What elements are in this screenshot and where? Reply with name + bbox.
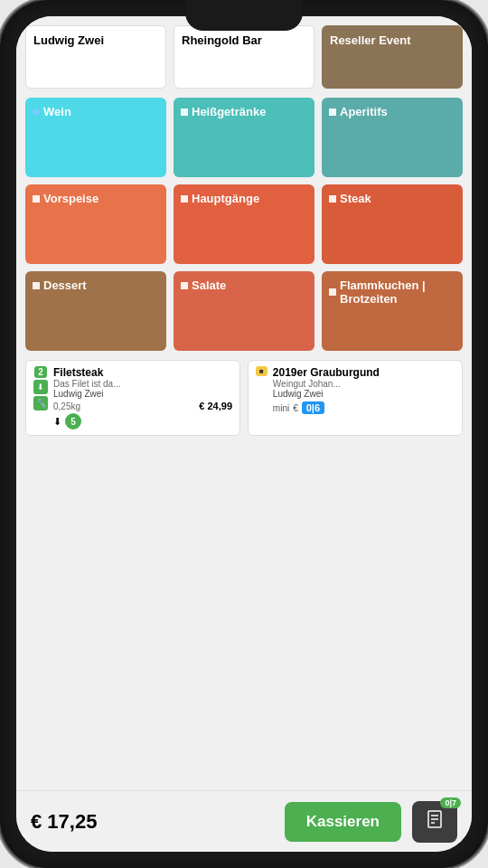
haupt-dot [181, 195, 188, 203]
person-card-1[interactable]: Rheingold Bar [174, 25, 314, 89]
receipt-button[interactable]: 0|7 [412, 801, 457, 843]
category-grid: Wein Heißgetränke Aperitifs [25, 98, 463, 351]
filetsteak-icon2: 🔧 [33, 396, 48, 410]
bottom-bar: € 17,25 Kassieren 0|7 [16, 790, 472, 852]
filetsteak-person: Ludwig Zwei [53, 389, 232, 399]
category-heissgetraenke[interactable]: Heißgetränke [174, 98, 314, 177]
flamm-label: Flammkuchen | Brotzeiten [340, 278, 455, 306]
receipt-icon [425, 809, 445, 834]
total-price: € 17,25 [31, 810, 274, 834]
category-hauptgaenge[interactable]: Hauptgänge [174, 184, 314, 264]
wein-label: Wein [43, 105, 71, 118]
filetsteak-down-icon: ⬇ [53, 416, 61, 428]
filetsteak-qty: 5 [65, 413, 81, 429]
vorspeise-dot [33, 195, 40, 203]
salate-dot [181, 282, 188, 289]
category-vorspeise[interactable]: Vorspeise [25, 184, 166, 264]
wein-dot [33, 108, 40, 116]
receipt-badge: 0|7 [440, 797, 461, 808]
category-wein[interactable]: Wein [25, 98, 166, 177]
order-items-row: 2 ⬇ 🔧 Filetsteak Das Filet ist da... Lud… [25, 360, 463, 436]
wein-desc: Weingut Johan... [273, 379, 455, 389]
steak-dot [329, 195, 336, 203]
wein-mini: mini [273, 403, 289, 413]
filetsteak-icon1: ⬇ [33, 380, 48, 394]
wein-qty: 0|6 [302, 401, 324, 414]
filetsteak-desc: Das Filet ist da... [53, 379, 232, 389]
category-flammkuchen[interactable]: Flammkuchen | Brotzeiten [322, 271, 463, 351]
haupt-label: Hauptgänge [192, 192, 259, 205]
dessert-label: Dessert [43, 278, 87, 292]
heiss-label: Heißgetränke [192, 105, 266, 118]
dessert-dot [33, 282, 40, 289]
wein-name: 2019er Grauburgund [273, 366, 455, 379]
filetsteak-price: € 24,99 [199, 401, 232, 411]
salate-label: Salate [192, 278, 226, 292]
kassieren-button[interactable]: Kassieren [285, 802, 401, 842]
vorspeise-label: Vorspeise [43, 192, 99, 205]
filetsteak-badge: 2 [34, 366, 47, 378]
category-dessert[interactable]: Dessert [25, 271, 166, 351]
aperitifs-dot [329, 108, 336, 116]
wein-euro: € [293, 403, 298, 413]
person-card-0[interactable]: Ludwig Zwei [25, 25, 166, 89]
aperitifs-label: Aperitifs [340, 105, 388, 118]
person-name-1: Rheingold Bar [182, 33, 262, 47]
order-item-filetsteak[interactable]: 2 ⬇ 🔧 Filetsteak Das Filet ist da... Lud… [25, 360, 240, 436]
flamm-dot [329, 288, 336, 296]
person-cards-row: Ludwig Zwei Rheingold Bar Reseller Event [25, 25, 463, 89]
category-aperitifs[interactable]: Aperitifs [322, 98, 463, 177]
filetsteak-name: Filetsteak [53, 366, 232, 379]
wein-person: Ludwig Zwei [273, 389, 455, 399]
person-card-2[interactable]: Reseller Event [322, 25, 463, 89]
steak-label: Steak [340, 192, 371, 205]
content-scroll: Ludwig Zwei Rheingold Bar Reseller Event [16, 16, 472, 790]
category-salate[interactable]: Salate [174, 271, 314, 351]
person-name-0: Ludwig Zwei [33, 33, 104, 47]
wein-badge: ■ [256, 366, 267, 376]
category-steak[interactable]: Steak [322, 184, 463, 264]
heiss-dot [181, 108, 188, 116]
order-item-wein[interactable]: ■ 2019er Grauburgund Weingut Johan... Lu… [248, 360, 463, 436]
person-name-2: Reseller Event [330, 33, 411, 47]
filetsteak-weight: 0,25kg [53, 401, 80, 411]
